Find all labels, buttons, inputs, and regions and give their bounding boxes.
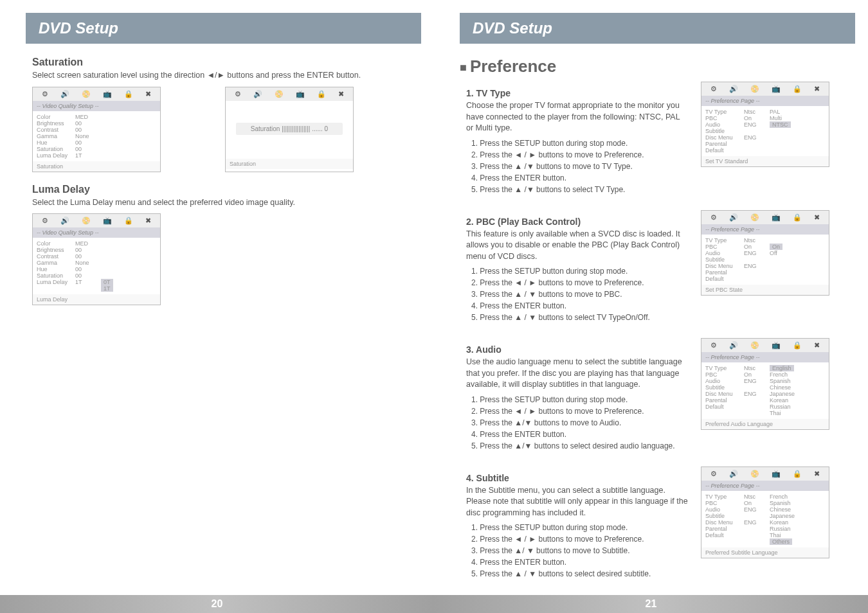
video-icon: 📀 bbox=[750, 341, 759, 350]
osd-row: AudioENGOff bbox=[705, 250, 825, 256]
osd-row: TV TypeNtscFrench bbox=[705, 493, 825, 500]
step-line: 1. Press the SETUP button during stop mo… bbox=[471, 138, 688, 149]
osd-row: PBCOnFrench bbox=[705, 371, 825, 378]
osd-row: Disc MenuENGKorean bbox=[705, 519, 825, 526]
subtitle-title: 4. Subtitle bbox=[466, 473, 688, 483]
subtitle-osd: ⚙🔊📀📺🔒✖ -- Preference Page -- TV TypeNtsc… bbox=[701, 466, 829, 558]
gear-icon: ⚙ bbox=[710, 341, 717, 350]
tv-icon: 📺 bbox=[772, 85, 781, 93]
audio-text: Use the audio language menu to select th… bbox=[466, 357, 688, 391]
subtitle-section: 4. Subtitle In the Subtitle menu, you ca… bbox=[434, 466, 868, 583]
osd-row: Default bbox=[705, 276, 825, 282]
lock-icon: 🔒 bbox=[317, 90, 326, 98]
luma-title: Luma Delay bbox=[32, 184, 402, 195]
tvtype-text: Choose the proper TV format appropriate … bbox=[466, 100, 688, 134]
audio-title: 3. Audio bbox=[466, 344, 688, 355]
osd-row: ParentalKorean bbox=[705, 397, 825, 404]
speaker-icon: 🔊 bbox=[60, 217, 69, 225]
osd-foot: Preferred Subtitle Language bbox=[701, 547, 829, 558]
audio-osd: ⚙🔊📀📺🔒✖ -- Preference Page -- TV TypeNtsc… bbox=[701, 338, 829, 430]
step-line: 1. Press the SETUP button during stop mo… bbox=[471, 265, 688, 277]
osd-row: Disc MenuENG bbox=[705, 134, 825, 141]
video-icon: 📀 bbox=[82, 217, 91, 225]
step-line: 5. Press the ▲ / ▼ buttons to select des… bbox=[471, 568, 688, 580]
step-line: 3. Press the ▲ /▼ buttons to move to TV … bbox=[471, 161, 688, 172]
step-line: 4. Press the ENTER button. bbox=[471, 172, 688, 184]
tools-icon: ✖ bbox=[338, 90, 344, 98]
osd-row: TV TypeNtscEnglish bbox=[705, 365, 825, 371]
gear-icon: ⚙ bbox=[710, 470, 717, 478]
lock-icon: 🔒 bbox=[793, 85, 802, 93]
gear-icon: ⚙ bbox=[710, 213, 717, 222]
osd-row: Disc MenuENGJapanese bbox=[705, 391, 825, 397]
subtitle-steps: 1. Press the SETUP button during stop mo… bbox=[466, 522, 688, 580]
gear-icon: ⚙ bbox=[42, 217, 48, 225]
saturation-osd1: ⚙ 🔊 📀 📺 🔒 ✖ -- Video Quality Setup -- Co… bbox=[32, 87, 161, 172]
step-line: 5. Press the ▲ / ▼ buttons to select TV … bbox=[471, 312, 688, 323]
osd-row: Subtitle bbox=[705, 256, 825, 263]
osd-row: Luma Delay1T0T bbox=[37, 279, 156, 285]
pbc-osd: ⚙🔊📀📺🔒✖ -- Preference Page -- TV TypeNtsc… bbox=[701, 210, 829, 296]
osd-row: Parental bbox=[705, 269, 825, 276]
tv-icon: 📺 bbox=[772, 213, 781, 222]
osd-body: ColorMEDBrightness00Contrast00GammaNoneH… bbox=[33, 238, 160, 294]
lock-icon: 🔒 bbox=[124, 90, 133, 98]
osd-row: Subtitle bbox=[705, 128, 825, 134]
pbc-section: 2. PBC (Play Back Control) This feature … bbox=[434, 210, 868, 327]
step-line: 3. Press the ▲/▼ buttons to move to Audi… bbox=[471, 417, 688, 429]
tools-icon: ✖ bbox=[814, 213, 820, 222]
saturation-title: Saturation bbox=[32, 57, 402, 68]
speaker-icon: 🔊 bbox=[729, 470, 738, 478]
osd-foot: Luma Delay bbox=[33, 294, 160, 305]
audio-section: 3. Audio Use the audio language menu to … bbox=[434, 338, 868, 455]
luma-section: Luma Delay Select the Luma Delay menu an… bbox=[0, 184, 434, 306]
tv-icon: 📺 bbox=[772, 341, 781, 350]
osd-row: DefaultRussian bbox=[705, 404, 825, 410]
gear-icon: ⚙ bbox=[42, 90, 48, 98]
osd-row: AudioENGChinese bbox=[705, 506, 825, 513]
osd-body: TV TypeNtscPBCOnOnAudioENGOffSubtitleDis… bbox=[701, 235, 829, 285]
osd-foot: Saturation bbox=[226, 159, 353, 169]
step-line: 2. Press the ◄ / ► buttons to move to Pr… bbox=[471, 533, 688, 545]
osd-row: TV TypeNtsc bbox=[705, 237, 825, 244]
pbc-title: 2. PBC (Play Back Control) bbox=[466, 217, 688, 227]
osd-title: -- Video Quality Setup -- bbox=[33, 101, 160, 111]
osd-row: Brightness00 bbox=[37, 120, 156, 127]
osd-row: Brightness00 bbox=[37, 247, 156, 253]
page-number-right: 21 bbox=[434, 595, 868, 613]
speaker-icon: 🔊 bbox=[60, 90, 69, 98]
video-icon: 📀 bbox=[750, 85, 759, 93]
osd-row: Luma Delay1T bbox=[37, 152, 156, 159]
speaker-icon: 🔊 bbox=[729, 341, 738, 350]
step-line: 5. Press the ▲ /▼ buttons to select TV T… bbox=[471, 184, 688, 195]
tv-icon: 📺 bbox=[103, 90, 112, 98]
osd-body: TV TypeNtscFrenchPBCOnSpanishAudioENGChi… bbox=[701, 491, 829, 547]
osd-row: Contrast00 bbox=[37, 253, 156, 260]
tvtype-title: 1. TV Type bbox=[466, 88, 688, 98]
osd-foot: Saturation bbox=[33, 161, 160, 172]
osd-title: -- Preference Page -- bbox=[701, 96, 829, 106]
osd-body: TV TypeNtscEnglishPBCOnFrenchAudioENGSpa… bbox=[701, 362, 829, 419]
subtitle-text: In the Subtitle menu, you can select a s… bbox=[466, 485, 688, 519]
step-line: 3. Press the ▲/ ▼ buttons to move to Sub… bbox=[471, 545, 688, 556]
osd-row: SubtitleJapanese bbox=[705, 513, 825, 519]
video-icon: 📀 bbox=[750, 470, 759, 478]
osd-row: Disc MenuENG bbox=[705, 263, 825, 269]
page-number-left: 20 bbox=[0, 595, 434, 613]
osd-row: Default bbox=[705, 147, 825, 154]
tools-icon: ✖ bbox=[814, 470, 820, 478]
osd-row: ColorMED bbox=[37, 240, 156, 247]
osd-row: Hue00 bbox=[37, 139, 156, 146]
video-icon: 📀 bbox=[275, 90, 284, 98]
step-line: 1. Press the SETUP button during stop mo… bbox=[471, 522, 688, 533]
osd-row: AudioENGNTSC bbox=[705, 121, 825, 128]
osd-foot: Preferred Audio Language bbox=[701, 419, 829, 429]
osd-row: Contrast00 bbox=[37, 127, 156, 133]
speaker-icon: 🔊 bbox=[729, 85, 738, 93]
luma-osd: ⚙ 🔊 📀 📺 🔒 ✖ -- Video Quality Setup -- Co… bbox=[32, 213, 161, 305]
step-line: 4. Press the ENTER button. bbox=[471, 429, 688, 440]
osd-row: AudioENGSpanish bbox=[705, 378, 825, 384]
speaker-icon: 🔊 bbox=[729, 213, 738, 222]
step-line: 3. Press the ▲ / ▼ buttons to move to PB… bbox=[471, 289, 688, 300]
lock-icon: 🔒 bbox=[793, 341, 802, 350]
